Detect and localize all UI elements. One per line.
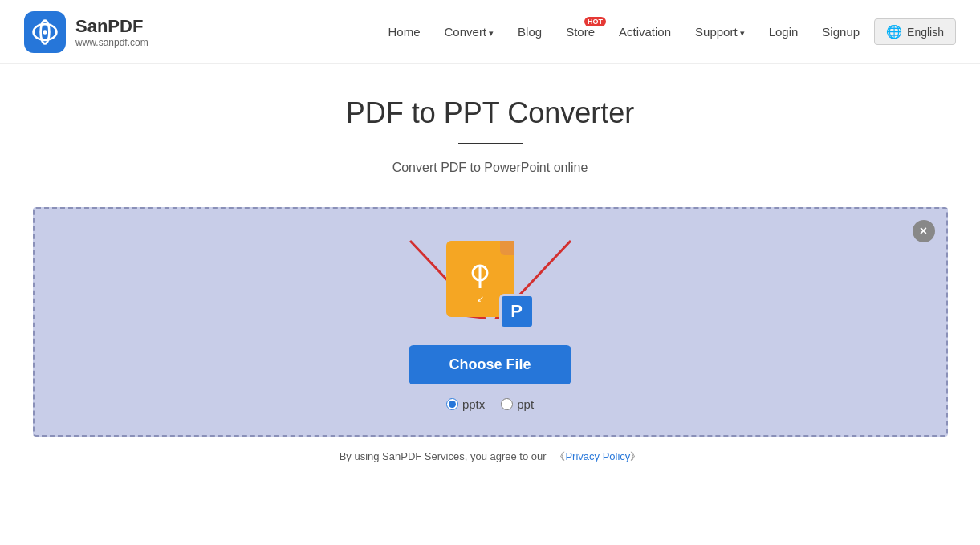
ppt-badge: P xyxy=(499,294,535,329)
radio-pptx-text: pptx xyxy=(462,397,485,411)
nav-support[interactable]: Support xyxy=(685,18,754,45)
format-radio-group: pptx ppt xyxy=(446,397,534,411)
privacy-policy-link[interactable]: Privacy Policy xyxy=(565,450,630,462)
logo-svg xyxy=(30,18,59,47)
nav-convert[interactable]: Convert xyxy=(435,18,504,45)
ppt-letter: P xyxy=(510,301,523,322)
logo-text: SanPDF www.sanpdf.com xyxy=(75,16,148,48)
close-button[interactable]: × xyxy=(913,220,935,242)
footer-link-open: 《 xyxy=(555,450,565,462)
file-icon-area: ↙ P xyxy=(446,241,535,329)
logo-icon xyxy=(24,11,66,53)
language-button[interactable]: 🌐 English xyxy=(874,18,956,45)
page-subtitle: Convert PDF to PowerPoint online xyxy=(392,161,588,175)
header: SanPDF www.sanpdf.com Home Convert Blog … xyxy=(0,0,980,64)
nav-home[interactable]: Home xyxy=(379,18,430,45)
title-underline xyxy=(458,143,523,144)
main-content: PDF to PPT Converter Convert PDF to Powe… xyxy=(0,64,980,480)
hot-badge: HOT xyxy=(584,17,606,26)
main-nav: Home Convert Blog Store HOT Activation S… xyxy=(379,18,957,45)
footer-text: By using SanPDF Services, you agree to o… xyxy=(340,449,641,464)
choose-file-button[interactable]: Choose File xyxy=(409,345,571,384)
radio-pptx-label[interactable]: pptx xyxy=(446,397,485,411)
svg-point-2 xyxy=(43,30,47,34)
upload-area: × ↙ xyxy=(33,207,948,437)
logo-name: SanPDF xyxy=(75,16,148,37)
radio-ppt[interactable] xyxy=(501,398,513,410)
nav-store-container: Store HOT xyxy=(556,18,604,45)
page-title: PDF to PPT Converter xyxy=(346,96,634,130)
nav-signup[interactable]: Signup xyxy=(812,18,869,45)
acrobat-symbol xyxy=(465,262,495,292)
nav-blog[interactable]: Blog xyxy=(508,18,551,45)
logo-url: www.sanpdf.com xyxy=(75,37,148,48)
radio-ppt-text: ppt xyxy=(517,397,534,411)
footer-link-close: 》 xyxy=(630,450,640,462)
language-label: English xyxy=(907,26,944,39)
globe-icon: 🌐 xyxy=(886,24,902,39)
footer-before: By using SanPDF Services, you agree to o… xyxy=(340,450,547,462)
radio-pptx[interactable] xyxy=(446,398,458,410)
nav-login[interactable]: Login xyxy=(759,18,808,45)
nav-activation[interactable]: Activation xyxy=(609,18,681,45)
close-icon: × xyxy=(920,224,927,238)
logo-area: SanPDF www.sanpdf.com xyxy=(24,11,148,53)
radio-ppt-label[interactable]: ppt xyxy=(501,397,534,411)
